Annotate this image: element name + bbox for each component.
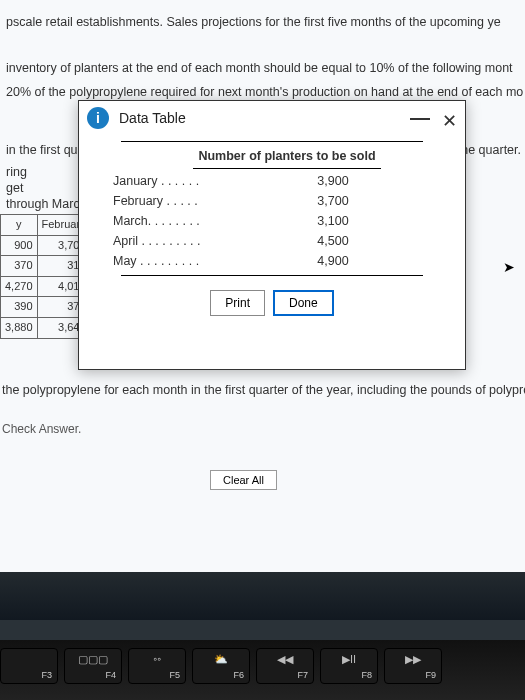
check-answer-label[interactable]: Check Answer. [2,420,81,439]
page-content: pscale retail establishments. Sales proj… [0,0,525,620]
table-row: May . . . . . . . . .4,900 [103,251,441,271]
minimize-icon[interactable]: — [410,101,430,133]
key-f9[interactable]: ▶▶F9 [384,648,442,684]
key-f6[interactable]: ⛅F6 [192,648,250,684]
paragraph-2a: inventory of planters at the end of each… [0,56,525,80]
table-row: March. . . . . . . .3,100 [103,211,441,231]
key-f4[interactable]: ▢▢▢F4 [64,648,122,684]
bg-th-1: y [1,215,38,236]
background-table: yFebruary 9003,700 370310 4,2704,010 390… [0,214,91,339]
key-f5[interactable]: ⸰⸰F5 [128,648,186,684]
table-row: April . . . . . . . . .4,500 [103,231,441,251]
laptop-bezel [0,572,525,620]
paragraph-1: pscale retail establishments. Sales proj… [0,10,525,34]
dialog-header: i Data Table — ✕ [79,101,465,135]
table-header: Number of planters to be sold [193,146,381,169]
key-f7[interactable]: ◀◀F7 [256,648,314,684]
info-icon: i [87,107,109,129]
print-button[interactable]: Print [210,290,265,316]
question-line: the polypropylene for each month in the … [2,380,525,400]
table-row: January . . . . . .3,900 [103,171,441,191]
cursor-icon: ➤ [503,256,515,278]
table-row: February . . . . .3,700 [103,191,441,211]
dialog-body: Number of planters to be sold January . … [79,135,465,316]
data-table-dialog: i Data Table — ✕ Number of planters to b… [78,100,466,370]
done-button[interactable]: Done [273,290,334,316]
key-f8[interactable]: ▶IIF8 [320,648,378,684]
keyboard-row: F3 ▢▢▢F4 ⸰⸰F5 ⛅F6 ◀◀F7 ▶IIF8 ▶▶F9 [0,640,525,700]
side-label-1: in the first qu [0,138,84,162]
dialog-title: Data Table [119,107,186,129]
close-icon[interactable]: ✕ [442,107,457,136]
screen-area: pscale retail establishments. Sales proj… [0,0,525,620]
key-f3[interactable]: F3 [0,648,58,684]
clear-all-button[interactable]: Clear All [210,470,277,490]
